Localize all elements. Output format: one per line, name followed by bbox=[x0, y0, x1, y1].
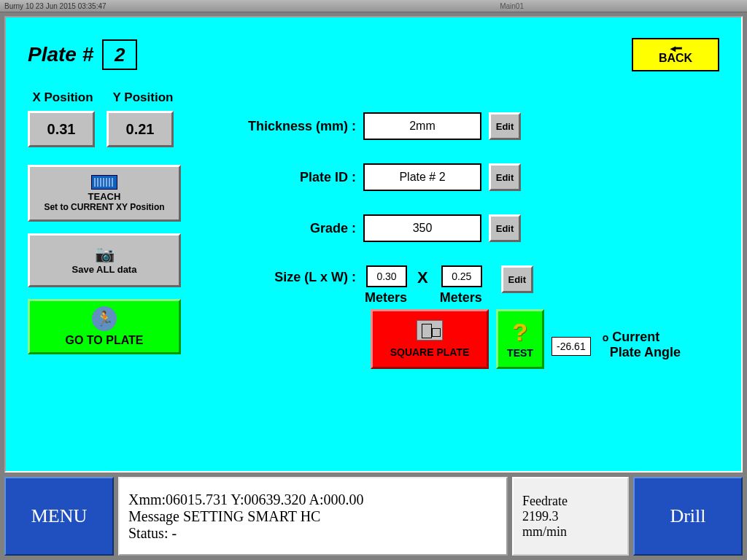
bottom-bar: MENU Xmm:06015.731 Y:00639.320 A:000.00 … bbox=[4, 477, 743, 556]
feedrate-label: Feedrate bbox=[522, 494, 619, 509]
size-row: Size (L x W) : 0.30 Meters X 0.25 Meters… bbox=[232, 265, 640, 306]
y-position-label: Y Position bbox=[108, 90, 178, 105]
grade-label: Grade : bbox=[232, 221, 363, 236]
meters-label-l: Meters bbox=[365, 290, 407, 306]
x-position-label: X Position bbox=[28, 90, 98, 105]
test-button[interactable]: ? TEST bbox=[496, 309, 544, 369]
grade-edit-button[interactable]: Edit bbox=[489, 214, 521, 242]
status-line-3: Status: - bbox=[128, 525, 498, 542]
status-line-2: Message SETTING SMART HC bbox=[128, 508, 498, 525]
plate-header: Plate # 2 bbox=[28, 39, 137, 70]
angle-l1: Current bbox=[612, 330, 659, 344]
runner-icon: 🏃 bbox=[92, 306, 117, 331]
size-width-block: 0.25 Meters bbox=[438, 265, 482, 306]
square-icon bbox=[417, 320, 443, 341]
size-length-block: 0.30 Meters bbox=[363, 265, 407, 306]
titlebar-left: Burny 10 23 Jun 2015 03:35:47 bbox=[4, 2, 107, 10]
thickness-row: Thickness (mm) : 2mm Edit bbox=[232, 112, 640, 140]
y-position-value: 0.21 bbox=[107, 111, 174, 147]
meters-label-w: Meters bbox=[440, 290, 482, 306]
plate-number: 2 bbox=[115, 44, 125, 66]
form-area: Thickness (mm) : 2mm Edit Plate ID : Pla… bbox=[232, 112, 640, 329]
square-plate-button[interactable]: SQUARE PLATE bbox=[371, 309, 489, 369]
square-plate-label: SQUARE PLATE bbox=[390, 346, 470, 358]
plate-angle-label: o Current Plate Angle bbox=[603, 330, 681, 360]
left-button-column: TEACH Set to CURRENT XY Position 📷 Save … bbox=[28, 165, 181, 354]
xy-values: 0.31 0.21 bbox=[28, 111, 174, 147]
thickness-value: 2mm bbox=[363, 112, 481, 140]
keyboard-icon bbox=[91, 175, 117, 190]
menu-button[interactable]: MENU bbox=[4, 477, 114, 556]
size-label: Size (L x W) : bbox=[232, 270, 363, 285]
lower-action-row: SQUARE PLATE ? TEST -26.61 o Current Pla… bbox=[371, 309, 681, 369]
drill-button[interactable]: Drill bbox=[633, 477, 743, 556]
save-all-label: Save ALL data bbox=[72, 264, 137, 275]
feedrate-unit: mm/min bbox=[522, 524, 619, 540]
degree-symbol: o bbox=[603, 332, 609, 343]
back-arrow-icon: ◂━ bbox=[670, 44, 681, 52]
feedrate-panel: Feedrate 2199.3 mm/min bbox=[512, 477, 629, 556]
plateid-label: Plate ID : bbox=[232, 170, 363, 185]
titlebar-right: Main01 bbox=[500, 2, 524, 10]
xy-labels: X Position Y Position bbox=[28, 90, 178, 105]
main-panel: Plate # 2 ◂━ BACK X Position Y Position … bbox=[4, 16, 743, 472]
back-label: BACK bbox=[659, 52, 692, 65]
thickness-edit-button[interactable]: Edit bbox=[489, 112, 521, 140]
test-label: TEST bbox=[507, 347, 533, 359]
status-line-1: Xmm:06015.731 Y:00639.320 A:000.00 bbox=[128, 491, 498, 508]
angle-l2: Plate Angle bbox=[610, 345, 681, 359]
plate-label: Plate # bbox=[28, 43, 93, 66]
thickness-label: Thickness (mm) : bbox=[232, 119, 363, 134]
teach-button[interactable]: TEACH Set to CURRENT XY Position bbox=[28, 165, 181, 222]
size-width-value: 0.25 bbox=[441, 265, 482, 287]
plate-angle-value: -26.61 bbox=[551, 337, 591, 356]
grade-value: 350 bbox=[363, 214, 481, 242]
grade-row: Grade : 350 Edit bbox=[232, 214, 640, 242]
save-all-button[interactable]: 📷 Save ALL data bbox=[28, 233, 181, 287]
status-panel: Xmm:06015.731 Y:00639.320 A:000.00 Messa… bbox=[118, 477, 508, 556]
teach-line2: Set to CURRENT XY Position bbox=[44, 202, 164, 212]
size-length-value: 0.30 bbox=[366, 265, 407, 287]
size-x-separator: X bbox=[417, 268, 428, 287]
go-to-plate-button[interactable]: 🏃 GO TO PLATE bbox=[28, 299, 181, 354]
question-icon: ? bbox=[513, 319, 528, 344]
teach-line1: TEACH bbox=[88, 191, 121, 202]
back-button[interactable]: ◂━ BACK bbox=[632, 38, 719, 71]
feedrate-value: 2199.3 bbox=[522, 509, 619, 524]
window-titlebar: Burny 10 23 Jun 2015 03:35:47 Main01 bbox=[0, 0, 747, 12]
size-edit-button[interactable]: Edit bbox=[501, 265, 533, 293]
plateid-row: Plate ID : Plate # 2 Edit bbox=[232, 163, 640, 191]
plateid-edit-button[interactable]: Edit bbox=[489, 163, 521, 191]
camera-icon: 📷 bbox=[95, 246, 115, 262]
plateid-value: Plate # 2 bbox=[363, 163, 481, 191]
x-position-value: 0.31 bbox=[28, 111, 95, 147]
go-to-plate-label: GO TO PLATE bbox=[66, 334, 144, 347]
plate-number-box[interactable]: 2 bbox=[102, 39, 137, 70]
